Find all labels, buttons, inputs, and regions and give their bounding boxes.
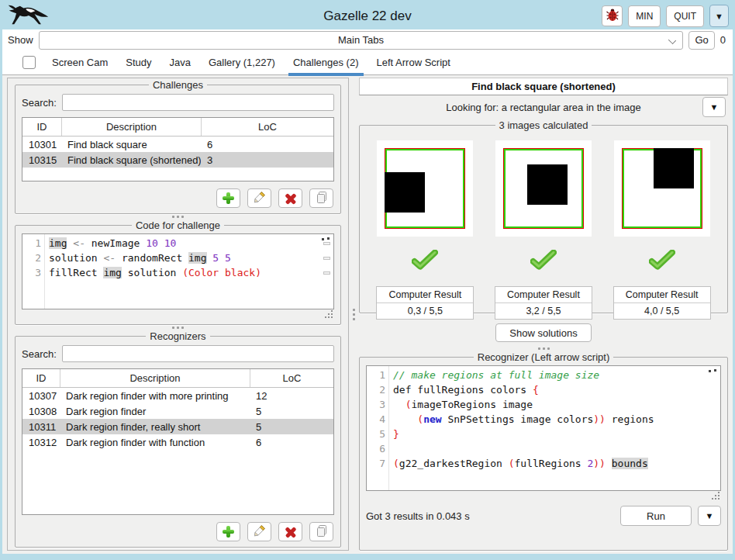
challenge-image[interactable]: [377, 140, 473, 237]
results-status-text: Got 3 results in 0.043 s: [366, 510, 614, 522]
recognizers-group: Recognizers Search: ID Description LoC 1…: [15, 330, 341, 548]
main-tabs-combobox[interactable]: Main Tabs: [39, 31, 684, 50]
table-row[interactable]: 10301Find black square6: [22, 137, 333, 152]
tab-gallery-1-227[interactable]: Gallery (1,227): [205, 50, 278, 74]
window-menu-button[interactable]: ▼: [709, 5, 729, 27]
add-challenge-button[interactable]: [216, 188, 240, 208]
pencil-icon: [254, 191, 266, 206]
calculated-images-title: 3 images calculated: [495, 119, 592, 131]
computer-result-box: Computer Result4,0 / 5,5: [613, 286, 711, 320]
copy-icon: [316, 524, 328, 539]
run-dropdown-button[interactable]: ▼: [698, 506, 721, 526]
screen-cam-checkbox[interactable]: [22, 56, 36, 69]
challenges-table-body: 10301Find black square610315Find black s…: [22, 137, 333, 181]
looking-for-dropdown-button[interactable]: ▼: [702, 97, 726, 117]
column-header-description[interactable]: Description: [61, 118, 201, 136]
column-header-description[interactable]: Description: [60, 369, 250, 387]
minimize-button[interactable]: MIN: [628, 5, 661, 27]
challenges-search-input[interactable]: [62, 94, 334, 111]
recognizers-search-input[interactable]: [62, 345, 334, 362]
recognizer-script-group: Recognizer (Left arrow script) 1234567 /…: [359, 351, 728, 551]
challenge-image[interactable]: [614, 140, 710, 237]
x-icon: [285, 526, 296, 538]
computer-result-value: 3,2 / 5,5: [495, 303, 592, 319]
black-square: [654, 148, 694, 188]
change-markers: [322, 236, 331, 280]
table-row[interactable]: 10311Dark region finder, really short5: [22, 419, 333, 434]
tab-java[interactable]: Java: [167, 50, 194, 74]
recognizers-table-body: 10307Dark region finder with more printi…: [22, 388, 333, 450]
quit-button[interactable]: QUIT: [666, 5, 704, 27]
delete-challenge-button[interactable]: [278, 188, 302, 208]
cell-id: 10311: [22, 421, 60, 433]
chevron-down-icon: [668, 36, 676, 43]
check-icon: [649, 250, 675, 271]
splitter-handle[interactable]: [359, 346, 728, 351]
splitter-handle[interactable]: [15, 214, 341, 220]
copy-icon: [316, 191, 328, 206]
table-row[interactable]: 10307Dark region finder with more printi…: [22, 388, 333, 403]
computer-result-button[interactable]: Computer Result: [614, 287, 710, 303]
panel-splitter-handle[interactable]: [349, 78, 359, 551]
column-header-loc[interactable]: LoC: [201, 118, 333, 136]
computer-result-button[interactable]: Computer Result: [495, 287, 592, 303]
cell-description: Find black square (shortened): [61, 154, 201, 166]
recognizer-script-editor[interactable]: 1234567 // make regions at full image si…: [366, 365, 721, 491]
table-row[interactable]: 10308Dark region finder5: [22, 403, 333, 419]
add-recognizer-button[interactable]: [216, 522, 240, 541]
challenge-image[interactable]: [495, 140, 592, 237]
challenge-code-group: Code for challenge 123 img <- newImage 1…: [15, 220, 341, 325]
cell-loc: 5: [250, 406, 333, 417]
splitter-handle[interactable]: [15, 325, 341, 330]
app-window: Gazelle 22 dev MIN QUIT ▼: [0, 0, 735, 560]
column-header-id[interactable]: ID: [22, 369, 60, 387]
plus-icon: [223, 192, 234, 204]
cell-id: 10301: [22, 139, 61, 150]
go-button[interactable]: Go: [688, 31, 714, 50]
column-header-loc[interactable]: LoC: [250, 369, 333, 387]
cell-id: 10312: [22, 437, 60, 448]
black-square: [385, 172, 425, 213]
challenges-group-title: Challenges: [149, 79, 207, 91]
recognizers-search-label: Search:: [22, 348, 57, 360]
table-row[interactable]: 10315Find black square (shortened)3: [22, 152, 333, 168]
run-button[interactable]: Run: [620, 506, 692, 526]
tab-screen-cam[interactable]: Screen Cam: [49, 50, 111, 74]
bug-icon: [606, 8, 619, 24]
challenge-code-editor[interactable]: 123 img <- newImage 10 10solution <- ran…: [22, 233, 334, 309]
cell-description: Dark region finder with more printing: [60, 390, 250, 402]
table-row[interactable]: 10312Dark region finder with function6: [22, 434, 333, 450]
go-counter: 0: [720, 34, 727, 46]
tab-study[interactable]: Study: [122, 50, 154, 74]
debug-bug-button[interactable]: [602, 5, 623, 26]
edit-recognizer-button[interactable]: [247, 522, 271, 541]
image-canvas: [622, 148, 702, 229]
calculated-images-group: 3 images calculated Computer Result0,3 /…: [359, 119, 728, 313]
check-icon: [530, 250, 557, 271]
tab-left-arrow-script[interactable]: Left Arrow Script: [374, 50, 454, 74]
show-label: Show: [8, 34, 33, 46]
tab-list: Screen CamStudyJavaGallery (1,227)Challe…: [49, 50, 465, 74]
editor-corner-dots-icon: [714, 369, 716, 372]
looking-for-row: Looking for: a rectangular area in the i…: [359, 95, 728, 119]
right-panel: Find black square (shortened) Looking fo…: [359, 78, 728, 551]
title-bar: Gazelle 22 dev MIN QUIT ▼: [2, 2, 733, 29]
computer-result-value: 0,3 / 5,5: [377, 303, 473, 319]
cell-loc: 6: [250, 437, 333, 448]
computer-result-button[interactable]: Computer Result: [377, 287, 473, 303]
copy-recognizer-button[interactable]: [309, 522, 333, 541]
challenges-table: ID Description LoC 10301Find black squar…: [22, 117, 334, 181]
edit-challenge-button[interactable]: [247, 188, 271, 208]
show-solutions-button[interactable]: Show solutions: [495, 323, 591, 342]
result-column: Computer Result3,2 / 5,5: [493, 140, 594, 320]
column-header-id[interactable]: ID: [22, 118, 61, 136]
x-icon: [285, 192, 296, 204]
delete-recognizer-button[interactable]: [278, 522, 302, 541]
result-column: Computer Result4,0 / 5,5: [612, 140, 713, 320]
resize-grip-icon[interactable]: [324, 308, 333, 322]
show-bar: Show Main Tabs Go 0: [2, 29, 733, 50]
tab-challenges-2[interactable]: Challenges (2): [290, 50, 362, 74]
cell-loc: 6: [201, 139, 333, 150]
copy-challenge-button[interactable]: [309, 188, 333, 208]
resize-grip-icon[interactable]: [711, 489, 720, 503]
